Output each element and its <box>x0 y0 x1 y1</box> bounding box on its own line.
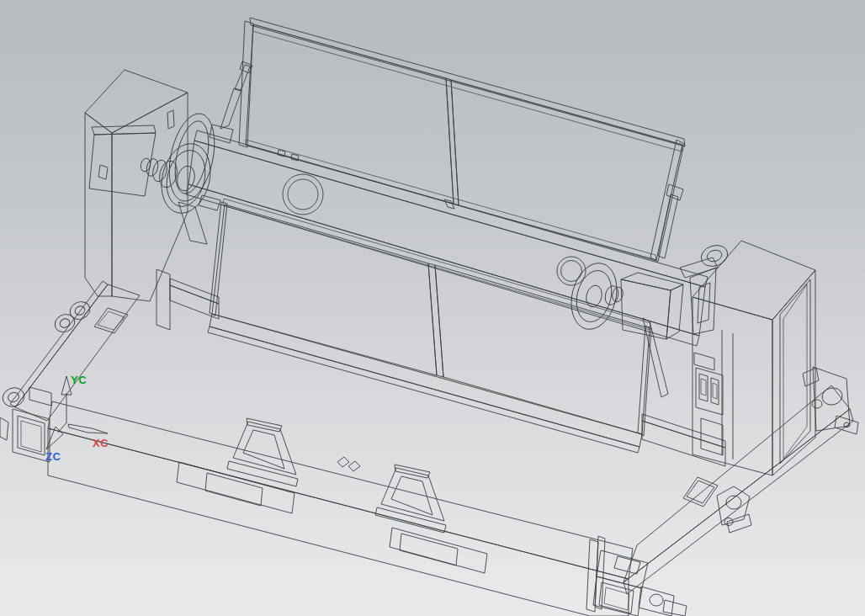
left-cross-rail[interactable] <box>10 281 140 421</box>
left-column-box[interactable] <box>85 70 188 301</box>
z-axis-label: ZC <box>45 450 61 463</box>
left-drive-assembly[interactable] <box>89 125 233 244</box>
model-canvas: YC XC ZC <box>0 0 865 616</box>
rear-rail-left[interactable] <box>157 269 219 330</box>
right-column-box[interactable] <box>693 241 815 475</box>
front-rail[interactable] <box>0 385 633 616</box>
torsion-beam[interactable] <box>186 130 708 346</box>
cad-viewport: YC XC ZC <box>0 0 865 616</box>
z-axis-shaft <box>58 422 66 433</box>
right-cross-rail[interactable] <box>624 367 858 594</box>
y-axis-label: YC <box>71 374 87 386</box>
x-axis-label: XC <box>93 437 109 449</box>
lifting-handle-left[interactable] <box>227 418 298 486</box>
x-axis-arrow[interactable] <box>68 424 108 433</box>
lower-panel-row[interactable] <box>208 199 651 453</box>
corner-block-right[interactable] <box>586 486 751 616</box>
wcs-triad[interactable]: YC XC ZC <box>45 374 109 463</box>
right-drive-assembly[interactable] <box>565 258 683 397</box>
